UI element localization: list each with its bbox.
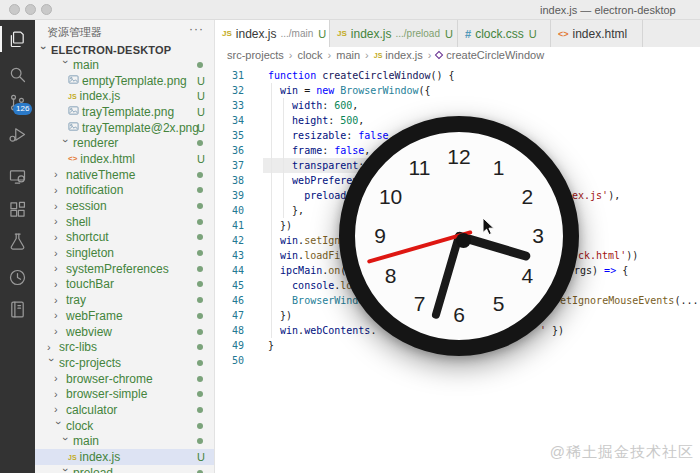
git-modified-dot xyxy=(197,187,203,193)
js-file-icon: JS xyxy=(337,29,347,38)
folder-label: browser-simple xyxy=(66,387,147,401)
tree-item-touchBar[interactable]: ›touchBar xyxy=(35,277,215,293)
tree-item-session[interactable]: ›session xyxy=(35,198,215,214)
run-debug-icon[interactable] xyxy=(0,119,35,149)
notebook-icon[interactable] xyxy=(0,294,35,324)
tab-clock.css[interactable]: #clock.cssU xyxy=(458,20,551,47)
git-modified-dot xyxy=(197,376,203,382)
tab-label: index.html xyxy=(573,27,628,41)
breadcrumb-main[interactable]: main xyxy=(336,49,360,61)
folder-label: browser-chrome xyxy=(66,372,153,386)
tree-item-calculator[interactable]: ›calculator xyxy=(35,402,215,418)
folder-label: src-projects xyxy=(59,356,121,370)
folder-label: nativeTheme xyxy=(66,168,135,182)
chevron-right-icon: › xyxy=(54,217,63,226)
chevron-right-icon: › xyxy=(54,327,63,336)
tree-item-index.html[interactable]: <>index.htmlU xyxy=(35,151,215,167)
remote-explorer-icon[interactable] xyxy=(0,161,35,191)
chevron-down-icon: › xyxy=(61,60,70,69)
tree-item-main[interactable]: ›main xyxy=(35,57,215,73)
line-number: 49 xyxy=(215,338,244,353)
tree-item-index.js[interactable]: JSindex.jsU xyxy=(35,449,215,465)
tree-item-trayTemplate@2x.png[interactable]: trayTemplate@2x.pngU xyxy=(35,120,215,136)
timeline-icon[interactable] xyxy=(0,262,35,292)
tree-item-index.js[interactable]: JSindex.jsU xyxy=(35,88,215,104)
tab-label: clock.css xyxy=(475,27,524,41)
file-label: index.js xyxy=(80,89,121,103)
tree-item-webFrame[interactable]: ›webFrame xyxy=(35,308,215,324)
js-file-icon: JS xyxy=(374,52,383,59)
code-line-33[interactable]: 33 width: 600, xyxy=(215,98,700,113)
clock-number-10: 10 xyxy=(379,185,402,209)
minimize-window-button[interactable] xyxy=(25,4,36,15)
clock-number-3: 3 xyxy=(532,224,544,248)
folder-label: session xyxy=(66,199,107,213)
tree-item-tray[interactable]: ›tray xyxy=(35,292,215,308)
scm-badge: 126 xyxy=(13,103,32,115)
search-icon[interactable] xyxy=(0,59,35,89)
tree-item-systemPreferences[interactable]: ›systemPreferences xyxy=(35,261,215,277)
file-label: trayTemplate@2x.png xyxy=(82,121,199,135)
breadcrumb-createCircleWindow[interactable]: createCircleWindow xyxy=(436,49,544,61)
tree-item-browser-chrome[interactable]: ›browser-chrome xyxy=(35,371,215,387)
sidebar-title: 资源管理器 xyxy=(47,25,102,40)
close-window-button[interactable] xyxy=(9,4,20,15)
breadcrumb: src-projects›clock›main›JSindex.js›creat… xyxy=(215,47,700,63)
chevron-down-icon: › xyxy=(47,358,56,367)
extensions-icon[interactable] xyxy=(0,194,35,224)
git-modified-dot xyxy=(197,266,203,272)
vscode-window: index.js — electron-desktop 126 资源管理器 ··… xyxy=(0,0,700,473)
folder-label: shell xyxy=(66,215,91,229)
tree-item-trayTemplate.png[interactable]: trayTemplate.pngU xyxy=(35,104,215,120)
clock-number-12: 12 xyxy=(447,145,470,169)
tree-item-preload[interactable]: ›preload xyxy=(35,465,215,473)
git-modified-dot xyxy=(197,140,203,146)
breadcrumb-clock[interactable]: clock xyxy=(298,49,323,61)
tab-bar: JSindex.js.../mainU✕JSindex.js.../preloa… xyxy=(215,20,700,47)
tree-item-renderer[interactable]: ›renderer xyxy=(35,135,215,151)
chevron-right-icon: › xyxy=(54,390,63,399)
zoom-window-button[interactable] xyxy=(41,4,52,15)
breadcrumb-src-projects[interactable]: src-projects xyxy=(227,49,284,61)
tree-item-src-projects[interactable]: ›src-projects xyxy=(35,355,215,371)
tree-item-src-libs[interactable]: ›src-libs xyxy=(35,339,215,355)
tree-item-singleton[interactable]: ›singleton xyxy=(35,245,215,261)
explorer-icon[interactable] xyxy=(0,24,35,54)
tree-item-notification[interactable]: ›notification xyxy=(35,183,215,199)
git-modified-dot xyxy=(197,360,203,366)
tree-item-clock[interactable]: ›clock xyxy=(35,418,215,434)
line-number: 42 xyxy=(215,233,244,248)
git-modified-dot xyxy=(197,234,203,240)
clock-number-2: 2 xyxy=(522,185,534,209)
git-modified-dot xyxy=(197,172,203,178)
tree-item-emptyTemplate.png[interactable]: emptyTemplate.pngU xyxy=(35,73,215,89)
js-file-icon: JS xyxy=(68,454,77,461)
tab-index.js-preload[interactable]: JSindex.js.../preloadU xyxy=(330,20,458,47)
tab-index.html[interactable]: <>index.html xyxy=(551,20,643,47)
analog-clock-window[interactable]: 121234567891011 xyxy=(339,116,579,356)
tree-item-shortcut[interactable]: ›shortcut xyxy=(35,230,215,246)
code-line-31[interactable]: 31function createCircleWindow() { xyxy=(215,68,700,83)
git-modified-dot xyxy=(197,407,203,413)
git-modified-dot xyxy=(197,281,203,287)
clock-hub xyxy=(456,233,471,248)
tab-index.js-main[interactable]: JSindex.js.../mainU✕ xyxy=(215,20,330,47)
code-line-32[interactable]: 32 win = new BrowserWindow({ xyxy=(215,83,700,98)
breadcrumb-index.js[interactable]: JSindex.js xyxy=(374,49,423,61)
git-modified-dot xyxy=(197,438,203,444)
tree-item-shell[interactable]: ›shell xyxy=(35,214,215,230)
tree-item-browser-simple[interactable]: ›browser-simple xyxy=(35,386,215,402)
chevron-down-icon: › xyxy=(61,139,70,148)
git-untracked-badge: U xyxy=(445,28,453,40)
tree-item-nativeTheme[interactable]: ›nativeTheme xyxy=(35,167,215,183)
testing-icon[interactable] xyxy=(0,226,35,256)
line-number: 43 xyxy=(215,248,244,263)
tree-item-webview[interactable]: ›webview xyxy=(35,324,215,340)
source-control-icon[interactable]: 126 xyxy=(0,87,35,117)
sidebar-actions-icon[interactable]: ··· xyxy=(189,22,204,36)
tree-item-main[interactable]: ›main xyxy=(35,434,215,450)
clock-number-8: 8 xyxy=(385,264,397,288)
git-modified-dot xyxy=(197,344,203,350)
git-modified-dot xyxy=(197,250,203,256)
workspace-section-header[interactable]: › ELECTRON-DESKTOP xyxy=(35,42,215,58)
